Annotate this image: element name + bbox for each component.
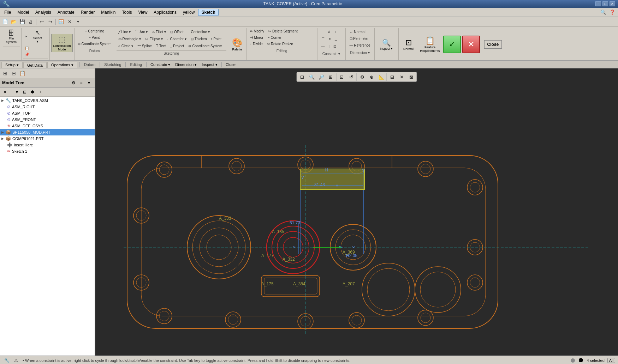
feature-requirements-button[interactable]: 📋 FeatureRequirements	[418, 35, 442, 54]
thicken-button[interactable]: ⊟ Thicken	[189, 36, 209, 42]
symmetric-button[interactable]: ⊡	[332, 43, 338, 49]
close-button[interactable]: ✕	[610, 1, 615, 6]
menu-view[interactable]: View	[136, 9, 150, 16]
modify-button[interactable]: ✏ Modify	[248, 28, 266, 34]
file-system-button[interactable]: 🗄 FileSystem	[3, 28, 20, 46]
status-icon-1[interactable]: 🔧	[3, 357, 11, 364]
tree-bold-button[interactable]: ✱	[29, 89, 36, 96]
menu-applications[interactable]: Applications	[151, 9, 179, 16]
status-icon-2[interactable]: ⚠	[12, 357, 20, 364]
menu-model[interactable]: Model	[14, 9, 32, 16]
tree-item-asm-front[interactable]: ⊘ ASM_FRONT	[0, 116, 95, 123]
equal-button[interactable]: =	[327, 36, 333, 43]
undo-button[interactable]: ↩	[38, 18, 46, 26]
dim-reference-button[interactable]: — Reference	[348, 42, 372, 48]
search-icon[interactable]: 🔍	[599, 10, 607, 15]
maximize-button[interactable]: □	[602, 1, 608, 6]
refit-button[interactable]: ⊡	[337, 73, 346, 81]
model-tree-expand-button[interactable]: ▾	[85, 79, 93, 86]
spline-button[interactable]: 〜 Spline	[136, 42, 154, 49]
midpoint-button[interactable]: ⊥	[333, 36, 339, 43]
select-button[interactable]: ↖ Select▼	[30, 28, 45, 45]
horizontal-button[interactable]: —	[320, 43, 327, 49]
inspect-button[interactable]: 🔍 Inspect ▾	[378, 37, 396, 51]
new-button[interactable]: 📄	[1, 18, 9, 26]
ellipse-button[interactable]: ⬭ Ellipse ▾	[143, 36, 164, 42]
coordinate-system-button[interactable]: ⊕ Coordinate System	[76, 41, 113, 47]
perpendicular-button[interactable]: ⊥	[320, 29, 326, 35]
tree-item-sketch1[interactable]: ✏ Sketch 1	[0, 148, 95, 154]
tab-operations[interactable]: Operations ▾	[47, 62, 77, 68]
display-style-button[interactable]: ⚙	[358, 73, 367, 81]
model-tree-icon[interactable]: ⊞	[1, 69, 9, 77]
tree-item-asm-top[interactable]: ⊘ ASM_TOP	[0, 110, 95, 116]
menu-analysis[interactable]: Analysis	[32, 9, 54, 16]
fillet-button[interactable]: ⌓ Fillet ▾	[150, 29, 168, 35]
parallel-button[interactable]: //	[327, 29, 332, 35]
titlebar-controls[interactable]: − □ ✕	[595, 1, 615, 6]
tree-item-tank-cover[interactable]: ▶ 🔧 TANK_COVER.ASM	[0, 97, 95, 104]
tree-item-insert-here[interactable]: ➕ Insert Here	[0, 142, 95, 148]
tree-item-asm-def-csys[interactable]: ✳ ASM_DEF_CSYS	[0, 123, 95, 129]
zoom-out-button[interactable]: 🔎	[317, 73, 326, 81]
close-view-button[interactable]: ✕	[397, 73, 406, 81]
copy-button[interactable]: 📋	[23, 45, 31, 51]
sketch-viewport[interactable]: H Y V 81.43 H 61.73 A_185 A_177 A_332 A_…	[95, 68, 618, 356]
layers-button[interactable]: ⊟	[388, 73, 397, 81]
tree-item-sp115050[interactable]: ▶ 📦 SP115050_MOD.PRT	[0, 129, 95, 135]
save-button[interactable]: 💾	[18, 18, 26, 26]
datum-display-button[interactable]: ⊕	[367, 73, 376, 81]
print-button[interactable]: 🖨	[27, 18, 35, 26]
zoom-box-button[interactable]: ⊞	[326, 73, 335, 81]
close-button[interactable]: Close	[484, 40, 502, 49]
folder-icon[interactable]: 📋	[18, 69, 26, 77]
menu-yellow[interactable]: yellow	[180, 9, 197, 16]
rectangle-button[interactable]: ▭ Rectangle ▾	[117, 36, 143, 42]
zoom-in-button[interactable]: 🔍	[307, 73, 316, 81]
switch-window-button[interactable]: 🪟	[57, 18, 65, 26]
close-tab[interactable]: Close	[223, 61, 238, 68]
delete-segment-button[interactable]: ✂ Delete Segment	[267, 28, 299, 34]
close-window-button[interactable]: ✕	[66, 18, 73, 26]
inspect-tab[interactable]: Inspect ▾	[199, 61, 220, 68]
tree-item-asm-right[interactable]: ⊘ ASM_RIGHT	[0, 104, 95, 110]
chamfer-button[interactable]: ⌐ Chamfer ▾	[165, 36, 188, 42]
menu-render[interactable]: Render	[78, 9, 97, 16]
project-button[interactable]: ⎯ Project	[168, 43, 186, 49]
menu-file[interactable]: File	[1, 9, 14, 16]
centerline-button[interactable]: ┄ Centerline	[83, 28, 106, 34]
menu-tools[interactable]: Tools	[119, 9, 135, 16]
dim-normal-button[interactable]: ↔ Normal	[348, 29, 372, 35]
canvas-area[interactable]: ⊡ 🔍 🔎 ⊞ ⊡ ↺ ⚙ ⊕ 📐 ⊟ ✕ ⊠	[95, 68, 618, 356]
help-icon[interactable]: ❓	[608, 10, 617, 15]
dimension-tab[interactable]: Dimension ▾	[173, 61, 199, 68]
zoom-fit-button[interactable]: ⊡	[298, 73, 307, 81]
tangent-button[interactable]: ⌒	[320, 36, 327, 43]
ok-button[interactable]: ✓	[443, 36, 461, 53]
arc-button[interactable]: ⌒ Arc ▾	[133, 28, 149, 35]
cut-button[interactable]: ✂	[23, 34, 29, 40]
coord-sketch-button[interactable]: ⊕ Coordinate System	[186, 43, 224, 49]
palette-button[interactable]: 🎨 Palette	[230, 36, 245, 53]
coincident-button[interactable]: +	[332, 29, 338, 35]
corner-button[interactable]: ⌐ Corner	[266, 35, 283, 41]
open-button[interactable]: 📂	[10, 18, 18, 26]
menu-annotate[interactable]: Annotate	[55, 9, 77, 16]
mirror-button[interactable]: ⊣ Mirror	[248, 35, 265, 41]
menu-manikin[interactable]: Manikin	[98, 9, 118, 16]
minimize-button[interactable]: −	[595, 1, 601, 6]
point-sketch-button[interactable]: • Point	[209, 36, 223, 42]
text-button[interactable]: T Text	[154, 43, 167, 49]
circle-button[interactable]: ○ Circle ▾	[117, 43, 135, 49]
selected-rectangle[interactable]	[300, 169, 364, 189]
normal-button[interactable]: ⊡ Normal	[400, 37, 417, 52]
view-orient-button[interactable]: ↺	[347, 73, 356, 81]
more-view-button[interactable]: ⊠	[407, 73, 416, 81]
tab-get-data[interactable]: Get Data	[23, 62, 47, 68]
model-tree-settings-button[interactable]: ⚙	[70, 79, 77, 86]
rotate-resize-button[interactable]: ↻ Rotate Resize	[265, 41, 295, 47]
tree-add-button[interactable]: +	[37, 89, 44, 96]
tree-item-comp91021[interactable]: ▶ 📦 COMP91021.PRT	[0, 135, 95, 142]
cancel-button[interactable]: ✕	[462, 36, 480, 53]
tree-filter-x[interactable]: ✕	[1, 89, 8, 96]
